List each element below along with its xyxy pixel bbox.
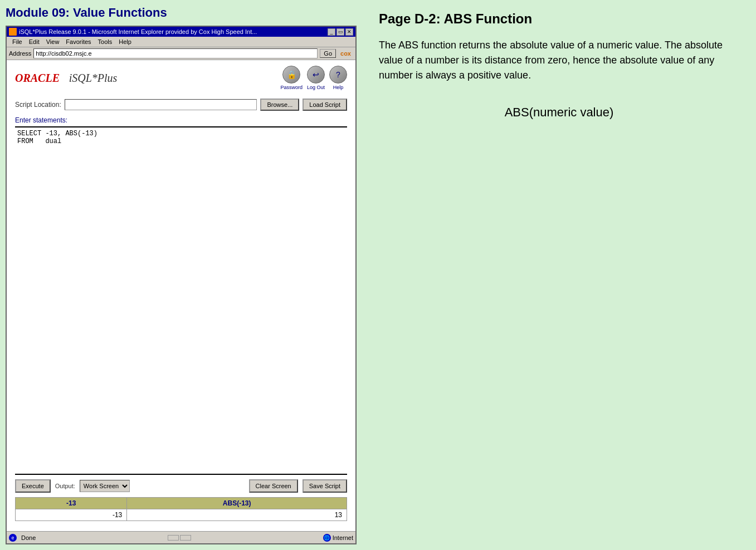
isql-icons: 🔒 Password ↩ Log Out ? Help: [280, 66, 347, 90]
password-circle-icon: 🔒: [282, 66, 300, 84]
browser-menubar: File Edit View Favorites Tools Help: [7, 37, 355, 47]
progress-seg-1: [168, 535, 179, 541]
help-circle-icon: ?: [329, 66, 347, 84]
page-title: Page D-2: ABS Function: [379, 11, 739, 27]
output-label: Output:: [55, 483, 75, 489]
result-cell-col2: 13: [127, 509, 347, 521]
browser-icon: [9, 28, 17, 36]
script-location-input[interactable]: [65, 99, 257, 110]
enter-statements-label: Enter statements:: [15, 116, 347, 124]
menu-favorites[interactable]: Favorites: [62, 37, 94, 46]
menu-view[interactable]: View: [43, 37, 63, 46]
browser-title: iSQL*Plus Release 9.0.1 - Microsoft Inte…: [19, 28, 257, 35]
oracle-logo: ORACLE iSQL*Plus: [15, 72, 117, 85]
browse-button[interactable]: Browse...: [260, 99, 299, 111]
save-script-button[interactable]: Save Script: [303, 479, 347, 493]
script-location-row: Script Location: Browse... Load Script: [15, 99, 347, 111]
menu-edit[interactable]: Edit: [26, 37, 43, 46]
restore-button[interactable]: ▭: [336, 28, 344, 36]
progress-bar: [168, 535, 191, 541]
script-location-label: Script Location:: [15, 101, 61, 109]
bottom-controls: Execute Output: Work Screen Clear Screen…: [15, 479, 347, 493]
module-title: Module 09: Value Functions: [6, 6, 357, 20]
load-script-button[interactable]: Load Script: [303, 99, 347, 111]
browser-main-area: ORACLE iSQL*Plus 🔒 Password: [7, 60, 355, 543]
browser-addressbar: Address Go cox: [7, 47, 355, 60]
progress-seg-2: [180, 535, 191, 541]
isql-content: ORACLE iSQL*Plus 🔒 Password: [7, 60, 355, 531]
results-col-header-1: -13: [16, 498, 127, 509]
help-label: Help: [333, 85, 344, 90]
password-icon-item[interactable]: 🔒 Password: [280, 66, 303, 90]
output-select[interactable]: Work Screen: [80, 480, 130, 492]
clear-screen-button[interactable]: Clear Screen: [249, 479, 298, 493]
go-button[interactable]: Go: [320, 49, 336, 58]
sql-textarea[interactable]: [15, 127, 347, 239]
menu-file[interactable]: File: [9, 37, 26, 46]
browser-content: ORACLE iSQL*Plus 🔒 Password: [7, 60, 355, 531]
table-row: -13 13: [16, 509, 347, 521]
logout-circle-icon: ↩: [307, 66, 325, 84]
minimize-button[interactable]: _: [328, 28, 335, 36]
logout-label: Log Out: [307, 85, 325, 90]
menu-help[interactable]: Help: [115, 37, 135, 46]
result-cell-col1: -13: [16, 509, 127, 521]
logout-icon-item[interactable]: ↩ Log Out: [307, 66, 325, 90]
description-text: The ABS function returns the absolute va…: [379, 38, 739, 83]
right-panel: Page D-2: ABS Function The ABS function …: [362, 0, 756, 550]
password-label: Password: [280, 85, 303, 90]
browser-scrollable: ORACLE iSQL*Plus 🔒 Password: [7, 60, 355, 543]
browser-window: iSQL*Plus Release 9.0.1 - Microsoft Inte…: [6, 26, 357, 544]
zone-icon: 🌐: [323, 534, 331, 542]
sql-textarea-container: [15, 126, 347, 475]
address-input[interactable]: [33, 48, 318, 58]
cox-logo: cox: [338, 50, 353, 57]
isql-header: ORACLE iSQL*Plus 🔒 Password: [15, 66, 347, 90]
help-icon-item[interactable]: ? Help: [329, 66, 347, 90]
left-panel: Module 09: Value Functions iSQL*Plus Rel…: [0, 0, 362, 550]
status-icon: e: [9, 534, 17, 542]
close-button[interactable]: ✕: [345, 28, 353, 36]
zone-label: Internet: [333, 534, 353, 541]
results-table: -13 ABS(-13) -13 13: [15, 497, 347, 521]
titlebar-left: iSQL*Plus Release 9.0.1 - Microsoft Inte…: [9, 28, 257, 36]
browser-footer: e Done 🌐 Internet: [7, 531, 355, 543]
menu-tools[interactable]: Tools: [95, 37, 116, 46]
address-label: Address: [9, 50, 31, 57]
browser-titlebar: iSQL*Plus Release 9.0.1 - Microsoft Inte…: [7, 27, 355, 37]
internet-zone: 🌐 Internet: [323, 534, 353, 542]
titlebar-controls: _ ▭ ✕: [328, 28, 353, 36]
status-text: Done: [21, 534, 36, 541]
function-syntax: ABS(numeric value): [379, 105, 739, 120]
execute-button[interactable]: Execute: [15, 479, 51, 493]
results-col-header-2: ABS(-13): [127, 498, 347, 509]
